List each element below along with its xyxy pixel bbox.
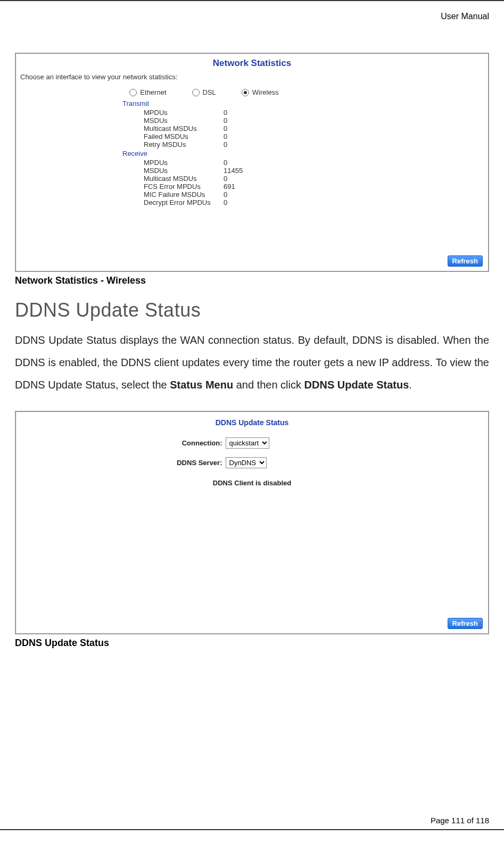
interface-radio-group: Ethernet DSL Wireless — [0, 88, 488, 96]
refresh-button[interactable]: Refresh — [448, 618, 483, 629]
bold-ddns-update-status: DDNS Update Status — [304, 379, 409, 391]
stat-row: MPDUs0 — [144, 109, 293, 117]
stat-value: 0 — [224, 191, 255, 198]
radio-dsl[interactable]: DSL — [192, 88, 216, 96]
figure-caption-network-stats: Network Statistics - Wireless — [15, 275, 489, 286]
radio-label: Wireless — [252, 88, 279, 96]
ddns-server-select[interactable]: DynDNS — [226, 457, 267, 468]
radio-icon — [192, 89, 200, 96]
radio-icon — [242, 89, 249, 96]
stat-key: MPDUs — [144, 109, 224, 117]
radio-wireless[interactable]: Wireless — [242, 88, 279, 96]
stat-value: 0 — [224, 159, 255, 167]
text-fragment: . — [409, 379, 412, 391]
stat-key: MSDUs — [144, 167, 224, 175]
stat-key: Decrypt Error MPDUs — [144, 198, 224, 206]
page-footer: Page 111 of 118 — [431, 816, 489, 825]
stat-value: 0 — [224, 125, 255, 133]
ddns-client-status: DDNS Client is disabled — [167, 479, 337, 487]
page-header: User Manual — [15, 12, 489, 23]
stat-row: Multicast MSDUs0 — [144, 175, 293, 183]
stat-key: MSDUs — [144, 117, 224, 125]
stat-value: 0 — [224, 117, 255, 125]
bold-status-menu: Status Menu — [170, 379, 233, 391]
stat-row: MPDUs0 — [144, 159, 293, 167]
transmit-table: MPDUs0 MSDUs0 Multicast MSDUs0 Failed MS… — [144, 109, 293, 148]
connection-field: Connection: quickstart — [167, 437, 337, 449]
connection-label: Connection: — [167, 439, 226, 447]
stat-row: Retry MSDUs0 — [144, 140, 293, 148]
stat-value: 691 — [224, 183, 255, 191]
stat-row: MSDUs11455 — [144, 167, 293, 175]
radio-icon — [129, 89, 137, 96]
stat-key: Multicast MSDUs — [144, 175, 224, 183]
stat-key: MIC Failure MSDUs — [144, 191, 224, 198]
radio-ethernet[interactable]: Ethernet — [129, 88, 166, 96]
stat-key: MPDUs — [144, 159, 224, 167]
stats-block: Transmit MPDUs0 MSDUs0 Multicast MSDUs0 … — [122, 100, 293, 206]
section-heading-ddns: DDNS Update Status — [15, 299, 489, 321]
stat-value: 11455 — [224, 167, 255, 175]
stat-value: 0 — [224, 140, 255, 148]
body-paragraph: DDNS Update Status displays the WAN conn… — [15, 329, 489, 396]
stat-row: FCS Error MPDUs691 — [144, 183, 293, 191]
stat-key: Multicast MSDUs — [144, 125, 224, 133]
ddns-panel-title: DDNS Update Status — [16, 414, 488, 429]
stat-row: MIC Failure MSDUs0 — [144, 191, 293, 198]
stat-row: Failed MSDUs0 — [144, 133, 293, 140]
stat-row: MSDUs0 — [144, 117, 293, 125]
choose-interface-text: Choose an interface to view your network… — [16, 71, 488, 85]
transmit-label: Transmit — [122, 100, 293, 107]
stat-value: 0 — [224, 198, 255, 206]
network-statistics-title: Network Statistics — [16, 54, 488, 71]
receive-label: Receive — [122, 150, 293, 158]
refresh-button[interactable]: Refresh — [448, 255, 483, 267]
stat-key: Failed MSDUs — [144, 133, 224, 140]
network-statistics-panel: Network Statistics Choose an interface t… — [15, 53, 489, 272]
stat-value: 0 — [224, 133, 255, 140]
receive-table: MPDUs0 MSDUs11455 Multicast MSDUs0 FCS E… — [144, 159, 293, 206]
radio-label: DSL — [203, 88, 216, 96]
ddns-update-status-panel: DDNS Update Status Connection: quickstar… — [15, 411, 489, 634]
ddns-server-field: DDNS Server: DynDNS — [167, 457, 337, 468]
stat-value: 0 — [224, 109, 255, 117]
ddns-server-label: DDNS Server: — [167, 459, 226, 467]
text-fragment: and then click — [233, 379, 304, 391]
figure-caption-ddns: DDNS Update Status — [15, 638, 489, 649]
stat-value: 0 — [224, 175, 255, 183]
connection-select[interactable]: quickstart — [226, 437, 269, 449]
stat-row: Decrypt Error MPDUs0 — [144, 198, 293, 206]
stat-key: FCS Error MPDUs — [144, 183, 224, 191]
radio-label: Ethernet — [140, 88, 166, 96]
stat-row: Multicast MSDUs0 — [144, 125, 293, 133]
stat-key: Retry MSDUs — [144, 140, 224, 148]
